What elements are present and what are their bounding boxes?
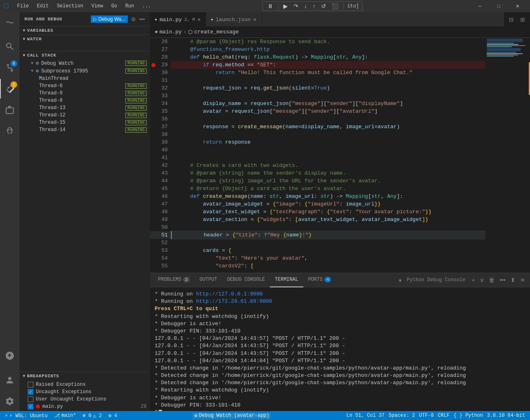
menu-edit[interactable]: Edit xyxy=(34,2,52,10)
menu-selection[interactable]: Selection xyxy=(54,2,87,10)
panel-more-btn[interactable]: ••• xyxy=(498,275,507,285)
settings-icon[interactable] xyxy=(0,392,20,411)
status-position[interactable]: Ln 51, Col 37 xyxy=(345,413,386,418)
callstack-thread-mainthread[interactable]: MainThread xyxy=(20,75,150,82)
code-line-31 xyxy=(171,77,485,84)
split-editor-btn[interactable]: ⊟ xyxy=(507,15,515,24)
callstack-thread-6[interactable]: Thread-6 RUNNING xyxy=(20,82,150,90)
tab-problems[interactable]: PROBLEMS 2 xyxy=(153,273,195,287)
status-language[interactable]: { } Python xyxy=(452,413,484,418)
debug-settings-btn[interactable]: ⚙ xyxy=(131,16,136,22)
run-debug-icon[interactable]: 1 xyxy=(0,79,20,98)
menu-go[interactable]: Go xyxy=(108,2,120,10)
window-minimize-btn[interactable]: ─ xyxy=(471,0,489,12)
terminal-line: 127.0.0.1 - - [04/Jan/2024 14:44:04] "PO… xyxy=(155,357,525,365)
debug-restart-btn[interactable]: ↺ xyxy=(320,2,328,10)
user-uncaught-exceptions-checkbox[interactable] xyxy=(28,396,33,402)
terminal-dropdown-btn[interactable]: ∨ xyxy=(478,275,486,285)
bp-raised-exceptions[interactable]: Raised Exceptions xyxy=(20,381,150,388)
callstack-thread-12[interactable]: Thread-12 RUNNING xyxy=(20,112,150,119)
terminal-line: * Detected change in '/home/pierrick/git… xyxy=(155,365,525,372)
uncaught-exceptions-checkbox[interactable] xyxy=(28,389,33,395)
thread-status: RUNNING xyxy=(125,83,147,89)
tab-main-py[interactable]: ● main.py 2, M ✕ xyxy=(150,12,206,26)
breadcrumb-file-icon: ● xyxy=(155,29,158,35)
code-line-32: request_json = req.get_json(silent=True) xyxy=(171,84,485,92)
status-spaces[interactable]: Spaces: 2 xyxy=(387,413,417,418)
raised-exceptions-checkbox[interactable] xyxy=(28,382,33,387)
watch-header[interactable]: ▼ WATCH xyxy=(20,35,150,43)
menu-more[interactable]: ... xyxy=(139,2,154,10)
callstack-item-subprocess[interactable]: ▼ ⚙ Subprocess 17995 RUNNING xyxy=(20,67,150,75)
panel-close-btn[interactable]: ✕ xyxy=(519,275,527,285)
warning-icon: △ 2 xyxy=(93,413,102,419)
debug-play-btn[interactable]: ▷ Debug Wa... xyxy=(91,15,128,23)
menu-view[interactable]: View xyxy=(88,2,106,10)
terminal-content[interactable]: * Running on http://127.0.0.1:9000 * Run… xyxy=(150,287,530,411)
panel-maximize-btn[interactable]: ⬆ xyxy=(509,275,517,285)
window-maximize-btn[interactable]: □ xyxy=(489,0,508,12)
code-editor[interactable]: # @param {Object} res Response to send b… xyxy=(171,38,485,273)
add-terminal-btn[interactable]: + xyxy=(470,275,477,285)
kill-terminal-btn[interactable]: 🗑 xyxy=(487,275,496,285)
menu-run[interactable]: Run xyxy=(122,2,138,10)
status-branch[interactable]: ⎇ main* xyxy=(53,413,78,419)
tab-bar: ● main.py 2, M ✕ ● launch.json ✕ ⊟ ⊞ xyxy=(150,12,530,26)
debug-more-btn[interactable]: ••• xyxy=(139,16,145,22)
code-line-52 xyxy=(171,239,485,247)
remote-icon[interactable] xyxy=(0,346,20,365)
position-text: Ln 51, Col 37 xyxy=(346,413,385,418)
status-remote[interactable]: ⚡ ⚡ WSL: Ubuntu xyxy=(3,413,49,419)
terminal-line: * Debugger is active! xyxy=(155,320,525,328)
main-py-checkbox[interactable] xyxy=(28,404,33,409)
status-python-version[interactable]: 3.8.10 64-bit xyxy=(485,413,527,418)
tab-debug-console[interactable]: DEBUG CONSOLE xyxy=(222,273,270,287)
debug-step-out-btn[interactable]: ↑ xyxy=(311,2,317,10)
explorer-icon[interactable] xyxy=(0,15,20,35)
status-errors[interactable]: ⊗ 0 △ 2 xyxy=(81,413,103,419)
source-control-icon[interactable]: 6 xyxy=(0,58,20,77)
tabs-container: ● main.py 2, M ✕ ● launch.json ✕ xyxy=(150,12,504,26)
status-encoding[interactable]: UTF-8 xyxy=(418,413,436,418)
callstack-thread-14[interactable]: Thread-14 RUNNING xyxy=(20,126,150,133)
callstack-header[interactable]: ▼ CALL STACK xyxy=(20,51,150,59)
tab-output[interactable]: OUTPUT xyxy=(195,273,222,287)
thread-status: RUNNING xyxy=(125,120,147,125)
tab-terminal[interactable]: TERMINAL xyxy=(270,273,303,287)
testing-icon[interactable] xyxy=(0,121,20,141)
tab-launch-json[interactable]: ● launch.json ✕ xyxy=(206,12,262,26)
debug-step-into-btn[interactable]: ↓ xyxy=(302,2,309,10)
callstack-thread-15[interactable]: Thread-15 RUNNING xyxy=(20,119,150,126)
extensions-icon[interactable] xyxy=(0,100,20,120)
tab-launch-json-close[interactable]: ✕ xyxy=(253,16,256,23)
code-line-27: @functions_framework.http xyxy=(171,46,485,53)
tab-main-py-close[interactable]: ✕ xyxy=(197,16,201,23)
editor-layout-btn[interactable]: ⊞ xyxy=(519,15,527,24)
search-icon[interactable] xyxy=(0,37,20,56)
window-close-btn[interactable]: ✕ xyxy=(508,0,527,12)
breadcrumb-function[interactable]: create_message xyxy=(194,29,239,35)
breadcrumb-file[interactable]: main.py xyxy=(160,29,182,35)
callstack-thread-8[interactable]: Thread-8 RUNNING xyxy=(20,97,150,104)
debug-step-over-btn[interactable]: ↷ xyxy=(292,2,300,10)
debug-session-label[interactable]: ⚙ Debug Watch (avatar-app) xyxy=(193,413,271,419)
status-debug-processes[interactable]: ⚙ 4 xyxy=(107,413,119,419)
breakpoints-header[interactable]: ▼ BREAKPOINTS xyxy=(20,372,150,380)
bp-user-uncaught-exceptions[interactable]: User Uncaught Exceptions xyxy=(20,396,150,403)
line-53: 53 xyxy=(150,247,171,254)
tab-ports[interactable]: PORTS 4 xyxy=(303,273,336,287)
status-eol[interactable]: CRLF xyxy=(436,413,451,418)
debug-continue-btn[interactable]: ▶ xyxy=(282,2,289,10)
callstack-thread-13[interactable]: Thread-13 RUNNING xyxy=(20,104,150,112)
bp-main-py[interactable]: main.py 29 xyxy=(20,403,150,410)
menu-file[interactable]: File xyxy=(14,2,32,10)
variables-header[interactable]: ▼ VARIABLES xyxy=(20,26,150,35)
callstack-item-debug-watch[interactable]: ▼ ⚙ Debug Watch RUNNING xyxy=(20,59,150,67)
bp-uncaught-exceptions[interactable]: Uncaught Exceptions xyxy=(20,388,150,396)
debug-pause-btn[interactable]: ⏸ xyxy=(266,2,275,10)
account-icon[interactable] xyxy=(0,370,20,390)
callstack-thread-9[interactable]: Thread-9 RUNNING xyxy=(20,90,150,97)
code-line-26: # @param {Object} res Response to send b… xyxy=(171,38,485,46)
debug-stop-btn[interactable]: ⬛ xyxy=(330,2,340,10)
line-45: 45 xyxy=(150,185,171,192)
